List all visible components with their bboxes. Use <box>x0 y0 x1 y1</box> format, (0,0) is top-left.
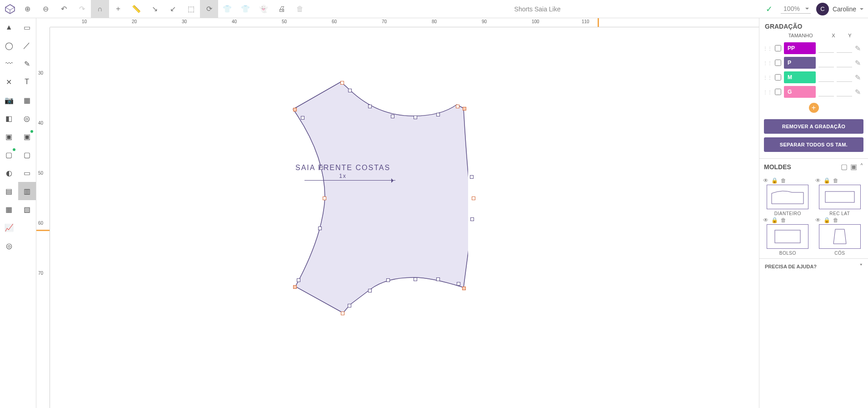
size-x-input[interactable] <box>818 44 834 53</box>
mold-lock-icon[interactable]: 🔒 <box>771 217 778 223</box>
vest2-tool[interactable]: ▢ <box>18 146 36 164</box>
shirt1-icon[interactable]: 👕 <box>218 0 236 18</box>
tank1-tool[interactable]: ▣ <box>0 127 18 146</box>
size-visible-checkbox[interactable] <box>775 45 781 51</box>
edit-size-icon[interactable]: ✎ <box>855 44 861 53</box>
marquee-icon[interactable]: ⬚ <box>182 0 200 18</box>
drag-handle-icon[interactable]: ⋮⋮ <box>763 46 772 51</box>
text-tool[interactable]: T <box>18 73 36 91</box>
size-y-input[interactable] <box>837 44 852 53</box>
size-x-input[interactable] <box>818 73 834 82</box>
curve-tool[interactable]: 〰 <box>0 55 18 73</box>
size-chip[interactable]: P <box>784 57 816 69</box>
mold-lock-icon[interactable]: 🔒 <box>771 177 778 184</box>
size-x-input[interactable] <box>818 58 834 67</box>
mold-thumbnail[interactable] <box>767 185 808 209</box>
mold-thumbnail[interactable] <box>819 224 861 249</box>
size-y-input[interactable] <box>837 87 852 96</box>
node-handle[interactable] <box>470 217 474 221</box>
moldes-collapse-icon[interactable]: ˄ <box>860 162 863 171</box>
canvas[interactable]: SAIA FRENTE COSTAS 1x <box>50 27 759 408</box>
mold-visible-icon[interactable]: 👁 <box>815 177 821 184</box>
rect-tool[interactable]: ▭ <box>18 18 36 36</box>
circle-tool[interactable]: ◯ <box>0 36 18 55</box>
mold-thumbnail[interactable] <box>767 224 808 249</box>
mold-visible-icon[interactable]: 👁 <box>815 217 821 223</box>
vruler-marker[interactable] <box>36 230 50 231</box>
mold-item[interactable]: 👁🔒🗑CÓS <box>815 217 865 256</box>
hruler-marker[interactable] <box>598 18 599 27</box>
ruler-icon[interactable]: 📏 <box>127 0 145 18</box>
trash-icon[interactable]: 🗑 <box>291 0 309 18</box>
tank2-tool[interactable]: ▣ <box>18 127 36 146</box>
body-tool[interactable]: ▭ <box>18 164 36 182</box>
pattern-tool[interactable]: ▦ <box>18 91 36 109</box>
add-size-button[interactable]: + <box>809 103 819 113</box>
node-handle[interactable] <box>318 227 322 230</box>
curve-right-icon[interactable]: ↙ <box>164 0 182 18</box>
node-handle[interactable] <box>462 287 466 290</box>
node-handle[interactable] <box>341 312 344 315</box>
edit-size-icon[interactable]: ✎ <box>855 73 861 82</box>
node-handle[interactable] <box>323 196 326 200</box>
pencil-tool[interactable]: ✎ <box>18 55 36 73</box>
node-handle[interactable] <box>436 113 440 116</box>
node-handle[interactable] <box>348 89 352 92</box>
zoom-out-icon[interactable]: ⊖ <box>36 0 55 18</box>
mold-thumbnail[interactable] <box>819 185 861 209</box>
pattern-piece[interactable] <box>241 55 468 327</box>
undo-icon[interactable]: ↶ <box>55 0 73 18</box>
mold-delete-icon[interactable]: 🗑 <box>781 217 786 223</box>
garment-tool[interactable]: ◧ <box>0 109 18 127</box>
drag-handle-icon[interactable]: ⋮⋮ <box>763 90 772 95</box>
add-point-icon[interactable]: ＋ <box>109 0 127 18</box>
node-handle[interactable] <box>470 175 474 179</box>
moldes-view2-icon[interactable]: ▣ <box>850 162 857 171</box>
pieces-tool[interactable]: ▥ <box>18 182 36 200</box>
help-bar[interactable]: PRECISA DE AJUDA? ˅ <box>759 258 868 274</box>
bodice-tool[interactable]: ▤ <box>0 182 18 200</box>
target-tool[interactable]: ◎ <box>0 237 18 255</box>
node-handle[interactable] <box>463 107 466 111</box>
node-handle[interactable] <box>348 304 351 307</box>
node-handle[interactable] <box>301 116 304 120</box>
shirt2-icon[interactable]: 👕 <box>236 0 254 18</box>
size-chip[interactable]: G <box>784 86 816 98</box>
mold-lock-icon[interactable]: 🔒 <box>823 177 830 184</box>
mold-delete-icon[interactable]: 🗑 <box>781 177 786 184</box>
drag-handle-icon[interactable]: ⋮⋮ <box>763 60 772 65</box>
mold-lock-icon[interactable]: 🔒 <box>823 217 830 223</box>
ghost-icon[interactable]: 👻 <box>254 0 273 18</box>
mold-visible-icon[interactable]: 👁 <box>763 217 768 223</box>
node-handle[interactable] <box>456 105 459 108</box>
zoom-in-icon[interactable]: ⊕ <box>18 0 36 18</box>
node-handle[interactable] <box>414 116 417 119</box>
node-handle[interactable] <box>368 105 372 108</box>
node-handle[interactable] <box>340 81 344 85</box>
graph-tool[interactable]: 📈 <box>0 218 18 237</box>
mold-item[interactable]: 👁🔒🗑REC LAT <box>815 177 865 216</box>
curve-left-icon[interactable]: ↘ <box>145 0 164 18</box>
redo-icon[interactable]: ↷ <box>73 0 91 18</box>
size-chip[interactable]: M <box>784 71 816 83</box>
zoom-dropdown[interactable]: 100% <box>781 4 811 14</box>
vest1-tool[interactable]: ▢ <box>0 146 18 164</box>
blank-tool[interactable] <box>18 218 36 237</box>
size-x-input[interactable] <box>818 87 834 96</box>
separate-sizes-button[interactable]: SEPARAR TODOS OS TAM. <box>764 137 863 152</box>
size-visible-checkbox[interactable] <box>775 74 781 81</box>
refresh-icon[interactable]: ⟳ <box>200 0 218 18</box>
node-handle[interactable] <box>297 278 300 282</box>
print-icon[interactable]: 🖨 <box>273 0 291 18</box>
remove-gradacao-button[interactable]: REMOVER A GRADAÇÃO <box>764 119 863 134</box>
line-tool[interactable]: ／ <box>18 36 36 55</box>
delete-tool[interactable]: ✕ <box>0 73 18 91</box>
mold-delete-icon[interactable]: 🗑 <box>833 217 838 223</box>
node-handle[interactable] <box>457 282 460 286</box>
node-handle[interactable] <box>391 115 394 118</box>
moldes-view1-icon[interactable]: ▢ <box>841 162 848 171</box>
node-handle[interactable] <box>293 108 297 111</box>
node-handle[interactable] <box>293 285 297 289</box>
mold-delete-icon[interactable]: 🗑 <box>833 177 838 184</box>
grainline-arrow[interactable] <box>304 180 395 181</box>
